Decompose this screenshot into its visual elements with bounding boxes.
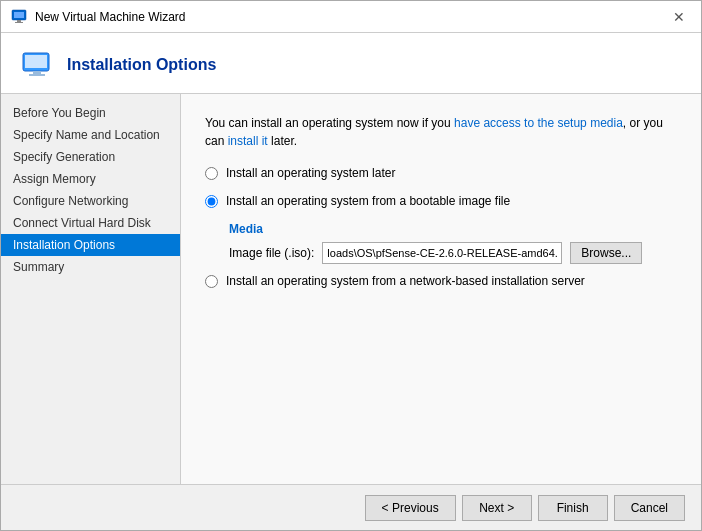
radio-option-bootable: Install an operating system from a boota… bbox=[205, 194, 677, 208]
svg-rect-1 bbox=[14, 12, 24, 18]
description-text: You can install an operating system now … bbox=[205, 114, 677, 150]
sidebar-item-summary[interactable]: Summary bbox=[1, 256, 180, 278]
sidebar-item-installation-options[interactable]: Installation Options bbox=[1, 234, 180, 256]
title-bar-text: New Virtual Machine Wizard bbox=[35, 10, 186, 24]
next-button[interactable]: Next > bbox=[462, 495, 532, 521]
title-bar-left: New Virtual Machine Wizard bbox=[11, 9, 186, 25]
header-icon bbox=[21, 49, 53, 81]
label-install-later[interactable]: Install an operating system later bbox=[226, 166, 395, 180]
radio-install-later[interactable] bbox=[205, 167, 218, 180]
sidebar: Before You Begin Specify Name and Locati… bbox=[1, 94, 181, 484]
media-section: Media Image file (.iso): Browse... bbox=[229, 222, 677, 264]
svg-rect-5 bbox=[25, 55, 47, 68]
media-title: Media bbox=[229, 222, 677, 236]
radio-install-bootable[interactable] bbox=[205, 195, 218, 208]
label-install-bootable[interactable]: Install an operating system from a boota… bbox=[226, 194, 510, 208]
title-bar: New Virtual Machine Wizard ✕ bbox=[1, 1, 701, 33]
header-title: Installation Options bbox=[67, 56, 216, 74]
wizard-window: New Virtual Machine Wizard ✕ Installatio… bbox=[0, 0, 702, 531]
image-file-input[interactable] bbox=[322, 242, 562, 264]
sidebar-item-configure-networking[interactable]: Configure Networking bbox=[1, 190, 180, 212]
content-area: You can install an operating system now … bbox=[181, 94, 701, 484]
label-install-network[interactable]: Install an operating system from a netwo… bbox=[226, 274, 585, 288]
browse-button[interactable]: Browse... bbox=[570, 242, 642, 264]
sidebar-item-connect-virtual-hard-disk[interactable]: Connect Virtual Hard Disk bbox=[1, 212, 180, 234]
sidebar-item-specify-name-and-location[interactable]: Specify Name and Location bbox=[1, 124, 180, 146]
window-icon bbox=[11, 9, 27, 25]
cancel-button[interactable]: Cancel bbox=[614, 495, 685, 521]
svg-rect-7 bbox=[29, 74, 45, 76]
finish-button[interactable]: Finish bbox=[538, 495, 608, 521]
sidebar-item-before-you-begin[interactable]: Before You Begin bbox=[1, 102, 180, 124]
svg-rect-6 bbox=[33, 71, 41, 74]
sidebar-item-specify-generation[interactable]: Specify Generation bbox=[1, 146, 180, 168]
radio-option-later: Install an operating system later bbox=[205, 166, 677, 180]
footer: < Previous Next > Finish Cancel bbox=[1, 484, 701, 530]
main-content: Before You Begin Specify Name and Locati… bbox=[1, 94, 701, 484]
radio-option-network: Install an operating system from a netwo… bbox=[205, 274, 677, 288]
close-button[interactable]: ✕ bbox=[667, 8, 691, 26]
svg-rect-2 bbox=[17, 20, 21, 22]
image-file-row: Image file (.iso): Browse... bbox=[229, 242, 677, 264]
svg-rect-3 bbox=[15, 22, 23, 23]
image-file-label: Image file (.iso): bbox=[229, 246, 314, 260]
header-section: Installation Options bbox=[1, 33, 701, 94]
previous-button[interactable]: < Previous bbox=[365, 495, 456, 521]
radio-install-network[interactable] bbox=[205, 275, 218, 288]
sidebar-item-assign-memory[interactable]: Assign Memory bbox=[1, 168, 180, 190]
